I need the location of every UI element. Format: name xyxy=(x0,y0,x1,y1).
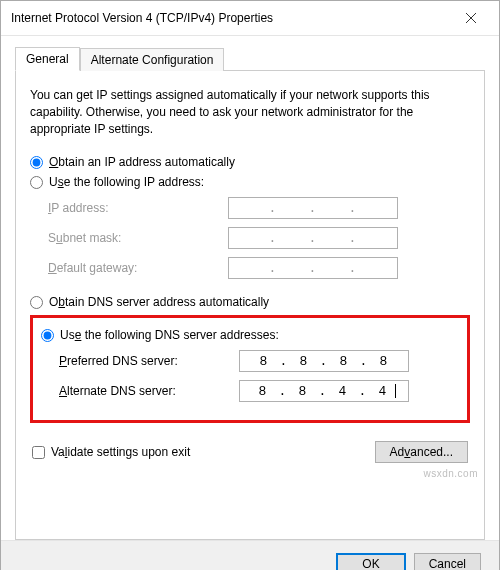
dns-manual-group: Use the following DNS server addresses: … xyxy=(30,315,470,423)
gateway-label: Default gateway: xyxy=(48,261,228,275)
dns-manual-row[interactable]: Use the following DNS server addresses: xyxy=(41,328,459,342)
dns-fields: Preferred DNS server: 8. 8. 8. 8 Alterna… xyxy=(59,350,459,402)
advanced-button[interactable]: Advanced... xyxy=(375,441,468,463)
ok-button[interactable]: OK xyxy=(336,553,405,570)
dns-manual-label: Use the following DNS server addresses: xyxy=(60,328,279,342)
ip-fields: IP address: ... Subnet mask: ... Default… xyxy=(48,197,470,279)
content-area: General Alternate Configuration You can … xyxy=(1,36,499,540)
validate-row[interactable]: Validate settings upon exit xyxy=(32,445,190,459)
preferred-dns-row: Preferred DNS server: 8. 8. 8. 8 xyxy=(59,350,459,372)
close-icon xyxy=(466,13,476,23)
alternate-dns-input[interactable]: 8. 8. 4. 4 xyxy=(239,380,409,402)
ip-auto-radio[interactable] xyxy=(30,156,43,169)
preferred-dns-label: Preferred DNS server: xyxy=(59,354,239,368)
titlebar: Internet Protocol Version 4 (TCP/IPv4) P… xyxy=(1,1,499,36)
ip-manual-radio[interactable] xyxy=(30,176,43,189)
cancel-button[interactable]: Cancel xyxy=(414,553,481,570)
text-caret xyxy=(395,384,396,398)
dns-manual-radio[interactable] xyxy=(41,329,54,342)
alternate-dns-row: Alternate DNS server: 8. 8. 4. 4 xyxy=(59,380,459,402)
ip-address-row: IP address: ... xyxy=(48,197,470,219)
validate-label: Validate settings upon exit xyxy=(51,445,190,459)
dns-auto-row[interactable]: Obtain DNS server address automatically xyxy=(30,295,470,309)
tab-general[interactable]: General xyxy=(15,47,80,71)
general-panel: You can get IP settings assigned automat… xyxy=(15,70,485,540)
subnet-row: Subnet mask: ... xyxy=(48,227,470,249)
dialog-footer: OK Cancel xyxy=(1,540,499,570)
window-title: Internet Protocol Version 4 (TCP/IPv4) P… xyxy=(11,11,273,25)
ip-address-label: IP address: xyxy=(48,201,228,215)
gateway-input: ... xyxy=(228,257,398,279)
dns-auto-radio[interactable] xyxy=(30,296,43,309)
preferred-dns-input[interactable]: 8. 8. 8. 8 xyxy=(239,350,409,372)
validate-checkbox[interactable] xyxy=(32,446,45,459)
subnet-label: Subnet mask: xyxy=(48,231,228,245)
ip-manual-row[interactable]: Use the following IP address: xyxy=(30,175,470,189)
ip-auto-row[interactable]: Obtain an IP address automatically xyxy=(30,155,470,169)
gateway-row: Default gateway: ... xyxy=(48,257,470,279)
bottom-row: Validate settings upon exit Advanced... xyxy=(30,441,470,463)
close-button[interactable] xyxy=(451,7,491,29)
tab-alternate[interactable]: Alternate Configuration xyxy=(80,48,225,71)
ip-manual-label: Use the following IP address: xyxy=(49,175,204,189)
tabstrip: General Alternate Configuration xyxy=(15,46,485,70)
alternate-dns-label: Alternate DNS server: xyxy=(59,384,239,398)
subnet-input: ... xyxy=(228,227,398,249)
dns-auto-label: Obtain DNS server address automatically xyxy=(49,295,269,309)
ip-address-input: ... xyxy=(228,197,398,219)
ip-auto-label: Obtain an IP address automatically xyxy=(49,155,235,169)
watermark: wsxdn.com xyxy=(423,468,478,479)
description-text: You can get IP settings assigned automat… xyxy=(30,87,470,137)
dialog-window: Internet Protocol Version 4 (TCP/IPv4) P… xyxy=(0,0,500,570)
